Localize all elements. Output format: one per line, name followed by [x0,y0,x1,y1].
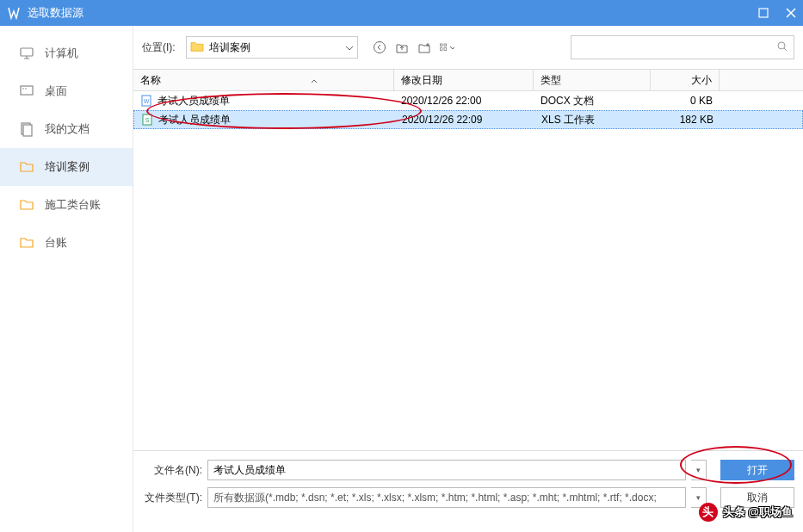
current-path: 培训案例 [209,40,250,55]
folder-icon [19,197,34,213]
sidebar: 计算机 桌面 我的文档 培训案例 施工类台账 台账 [0,26,133,532]
folder-icon [19,159,34,175]
watermark: 头 头条 @职场鱼 [699,503,793,522]
file-date: 2020/12/26 22:09 [395,114,534,126]
sidebar-item-construction[interactable]: 施工类台账 [0,186,133,224]
back-button[interactable] [372,40,387,55]
svg-rect-8 [440,44,442,46]
monitor-icon [19,46,34,61]
file-size: 0 KB [651,95,720,107]
view-options-button[interactable] [439,40,454,55]
filename-label: 文件名(N): [142,463,202,478]
svg-point-7 [374,42,385,53]
file-type: XLS 工作表 [534,113,652,127]
filename-dropdown-button[interactable]: ▾ [691,460,707,480]
path-selector[interactable]: 培训案例 [186,36,358,59]
new-folder-button[interactable] [417,40,432,55]
svg-rect-1 [21,48,33,56]
maximize-button[interactable] [758,8,769,18]
chevron-down-icon [345,41,354,53]
svg-rect-10 [440,48,442,51]
sidebar-item-label: 计算机 [45,46,78,61]
location-label: 位置(I): [142,40,176,55]
svg-rect-0 [759,9,768,17]
desktop-icon [19,84,34,99]
file-size: 182 KB [652,114,720,126]
file-list: W 考试人员成绩单 2020/12/26 22:00 DOCX 文档 0 KB … [133,91,803,450]
svg-text:S: S [145,117,150,123]
svg-rect-9 [444,44,447,46]
docx-icon: W [140,95,152,107]
file-type: DOCX 文档 [534,94,651,108]
sidebar-item-label: 桌面 [45,84,67,99]
file-name: 考试人员成绩单 [158,113,231,127]
documents-icon [19,121,34,137]
app-logo-icon [7,6,21,20]
svg-point-4 [25,88,27,90]
main-panel: 位置(I): 培训案例 名称 修改日期 类型 [133,26,803,532]
svg-point-3 [22,88,24,90]
sidebar-item-label: 我的文档 [45,121,90,137]
column-header-type[interactable]: 类型 [534,70,651,90]
window-title: 选取数据源 [28,5,83,21]
sidebar-item-training[interactable]: 培训案例 [0,148,133,186]
sidebar-item-ledger[interactable]: 台账 [0,224,133,262]
search-icon [776,40,788,55]
close-button[interactable] [786,8,796,18]
search-input[interactable] [577,41,776,53]
filetype-label: 文件类型(T): [142,491,202,505]
file-row[interactable]: S 考试人员成绩单 2020/12/26 22:09 XLS 工作表 182 K… [133,110,803,129]
xls-icon: S [141,114,153,126]
sidebar-item-label: 施工类台账 [45,197,101,213]
svg-point-12 [778,42,785,49]
column-headers[interactable]: 名称 修改日期 类型 大小 [133,69,803,91]
column-header-name[interactable]: 名称 [133,70,394,90]
column-header-size[interactable]: 大小 [651,70,720,90]
toolbar: 位置(I): 培训案例 [133,26,803,69]
filetype-select[interactable] [207,487,686,508]
file-row[interactable]: W 考试人员成绩单 2020/12/26 22:00 DOCX 文档 0 KB [133,91,803,110]
open-button[interactable]: 打开 [720,460,794,480]
file-name: 考试人员成绩单 [158,94,230,108]
up-folder-button[interactable] [394,40,410,55]
svg-rect-6 [23,125,32,136]
svg-text:W: W [144,98,150,104]
search-box[interactable] [571,35,794,59]
sidebar-item-computer[interactable]: 计算机 [0,34,133,72]
watermark-icon: 头 [699,503,718,522]
sidebar-item-label: 培训案例 [45,159,90,175]
column-header-date[interactable]: 修改日期 [394,70,534,90]
svg-rect-2 [21,86,33,95]
sidebar-item-desktop[interactable]: 桌面 [0,72,133,110]
file-date: 2020/12/26 22:00 [394,95,534,107]
sort-arrow-icon [311,74,318,86]
watermark-text: 头条 @职场鱼 [723,504,793,520]
filename-input[interactable] [207,460,686,480]
folder-icon [190,40,204,55]
sidebar-item-mydocs[interactable]: 我的文档 [0,110,133,148]
svg-rect-11 [444,48,447,51]
sidebar-item-label: 台账 [45,235,67,251]
folder-icon [19,235,34,251]
titlebar: 选取数据源 [0,0,803,26]
